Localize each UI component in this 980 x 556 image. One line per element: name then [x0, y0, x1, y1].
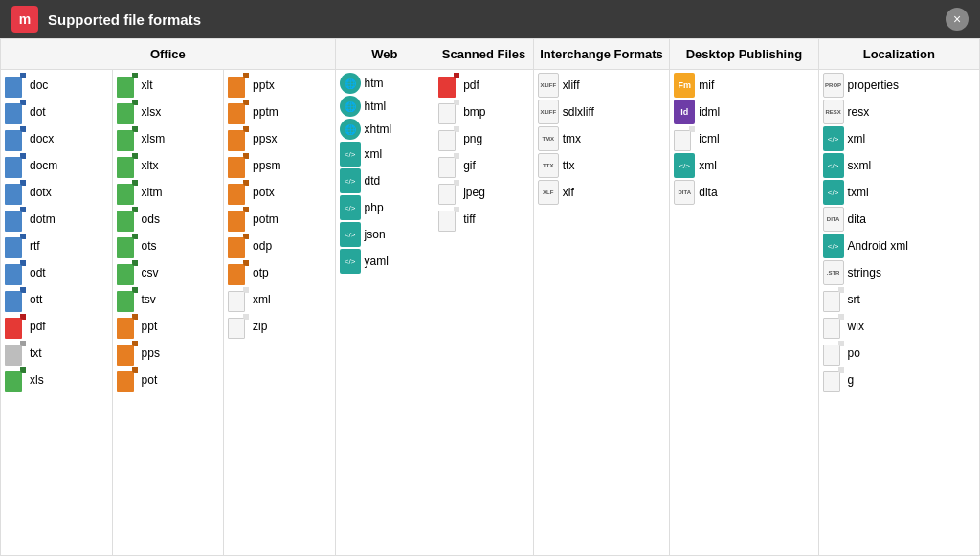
zip-icon: [228, 314, 249, 339]
list-item: ppsm: [228, 153, 331, 178]
strings-icon: .STR: [823, 260, 844, 285]
list-item: TTX ttx: [538, 153, 665, 178]
list-item: csv: [117, 260, 220, 285]
ods-icon: [117, 207, 138, 232]
title-bar: m Supported file formats ×: [0, 0, 980, 38]
sxml-icon: </>: [823, 153, 844, 178]
list-item: srt: [823, 287, 975, 312]
list-item: TMX tmx: [538, 126, 665, 151]
bmp-icon: [438, 100, 459, 124]
list-item: </> xml: [674, 153, 813, 178]
list-item: XLIFF sdlxliff: [538, 100, 665, 124]
list-item: </> xml: [340, 142, 431, 167]
yaml-icon: </>: [340, 249, 361, 274]
prop-icon: PROP: [823, 73, 844, 98]
pot-icon: [117, 367, 138, 392]
csv-icon: [117, 260, 138, 285]
list-item: ods: [117, 207, 220, 232]
xls-icon: [5, 367, 26, 392]
list-item: XLF xlf: [538, 180, 665, 205]
xlt-icon: [117, 73, 138, 98]
txml-icon: </>: [823, 180, 844, 205]
list-item: g: [823, 367, 975, 392]
list-item: RESX resx: [823, 100, 975, 124]
list-item: zip: [228, 314, 331, 339]
pps-icon: [117, 341, 138, 366]
potm-icon: [228, 207, 249, 232]
srt-icon: [823, 287, 844, 312]
globe-icon2: 🌐: [340, 96, 361, 117]
list-item: ppt: [117, 314, 220, 339]
xltx-icon: [117, 153, 138, 178]
desktop-col: Fm mif Id idml icml </>: [670, 70, 818, 556]
web-col: 🌐 htm 🌐 html 🌐 xhtml </>: [335, 70, 434, 556]
pptx-icon: [228, 73, 249, 98]
dita-pub-icon: DITA: [674, 180, 695, 205]
php-icon: </>: [340, 195, 361, 220]
docm-icon: [5, 153, 26, 178]
col-office: Office: [1, 39, 336, 70]
list-item: pptx: [228, 73, 331, 98]
list-item: bmp: [438, 100, 529, 124]
list-item: xlt: [117, 73, 220, 98]
list-item: po: [823, 341, 975, 366]
ott-icon: [5, 287, 26, 312]
list-item: xlsm: [117, 126, 220, 151]
list-item: 🌐 html: [340, 96, 431, 117]
list-item: dot: [5, 100, 108, 124]
list-item: gif: [438, 153, 529, 178]
list-item: xls: [5, 367, 108, 392]
localization-col: PROP properties RESX resx </> xml </>: [818, 70, 979, 556]
title-bar-left: m Supported file formats: [11, 6, 201, 33]
ppsx-icon: [228, 126, 249, 151]
formats-table: Office Web Scanned Files Interchange For…: [0, 38, 980, 556]
odt-icon: [5, 260, 26, 285]
list-item: pdf: [438, 73, 529, 98]
list-item: pdf: [5, 314, 108, 339]
tmx-icon: TMX: [538, 126, 559, 151]
list-item: dotx: [5, 180, 108, 205]
main-content: Office Web Scanned Files Interchange For…: [0, 38, 980, 556]
globe-icon3: 🌐: [340, 119, 361, 140]
androidxml-icon: </>: [823, 234, 844, 258]
xml3-icon: </>: [674, 153, 695, 178]
list-item: icml: [674, 126, 813, 151]
list-item: xltx: [117, 153, 220, 178]
fm-icon: Fm: [674, 73, 695, 98]
list-item: ppsx: [228, 126, 331, 151]
list-item: xml: [228, 287, 331, 312]
list-item: rtf: [5, 234, 108, 258]
pdf-icon: [5, 314, 26, 339]
list-item: xlsx: [117, 100, 220, 124]
list-item: odp: [228, 234, 331, 258]
list-item: jpeg: [438, 180, 529, 205]
list-item: potx: [228, 180, 331, 205]
xlsx-icon: [117, 100, 138, 124]
pptm-icon: [228, 100, 249, 124]
office-col1: doc dot docx docm: [1, 70, 113, 556]
col-interchange: Interchange Formats: [533, 39, 669, 70]
list-item: otp: [228, 260, 331, 285]
list-item: .STR strings: [823, 260, 975, 285]
globe-icon: 🌐: [340, 73, 361, 94]
list-item: </> yaml: [340, 249, 431, 274]
list-item: pptm: [228, 100, 331, 124]
list-item: docm: [5, 153, 108, 178]
list-item: </> sxml: [823, 153, 975, 178]
list-item: dotm: [5, 207, 108, 232]
xlf-icon: XLF: [538, 180, 559, 205]
list-item: </> txml: [823, 180, 975, 205]
list-item: </> Android xml: [823, 234, 975, 258]
office-col3: pptx pptm ppsx ppsm: [224, 70, 336, 556]
list-item: PROP properties: [823, 73, 975, 98]
list-item: png: [438, 126, 529, 151]
potx-icon: [228, 180, 249, 205]
list-item: xltm: [117, 180, 220, 205]
list-item: ots: [117, 234, 220, 258]
xltm-icon: [117, 180, 138, 205]
tsv-icon: [117, 287, 138, 312]
close-button[interactable]: ×: [946, 8, 969, 31]
list-item: pot: [117, 367, 220, 392]
list-item: 🌐 xhtml: [340, 119, 431, 140]
dot-icon: [5, 100, 26, 124]
